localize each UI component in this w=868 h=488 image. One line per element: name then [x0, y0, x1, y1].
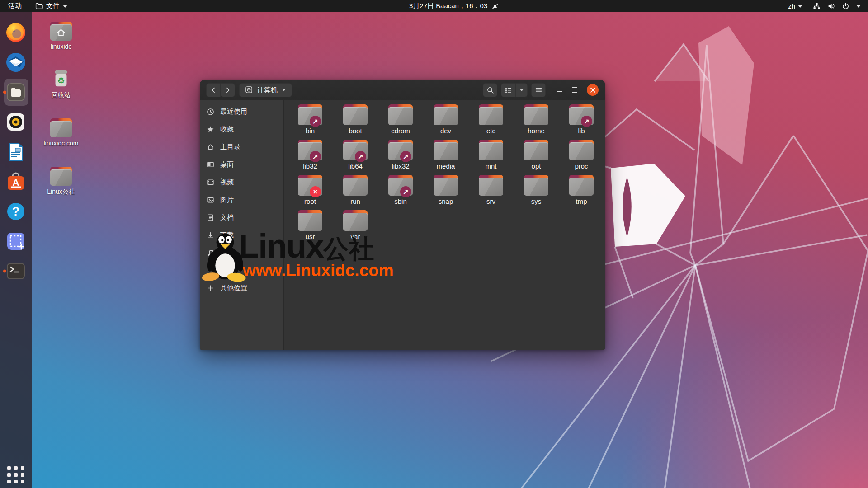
folder-name-label: snap	[439, 197, 453, 205]
folder-run[interactable]: run	[333, 174, 378, 209]
folder-root[interactable]: ×root	[288, 174, 333, 209]
sidebar-item-download[interactable]: 下载	[200, 226, 283, 244]
folder-opt[interactable]: opt	[514, 138, 559, 174]
folder-var[interactable]: var	[333, 209, 378, 244]
symlink-emblem-icon: ↗	[400, 186, 411, 197]
activities-button[interactable]: 活动	[0, 0, 30, 12]
folder-cdrom[interactable]: cdrom	[378, 103, 423, 138]
sidebar-item-music[interactable]: 音乐	[200, 244, 283, 262]
dock-item-help[interactable]: ?	[2, 197, 30, 226]
list-view-button[interactable]	[501, 83, 516, 97]
sidebar-item-video[interactable]: 视频	[200, 174, 283, 191]
desktop-icon-Linux公社[interactable]: Linux公社	[42, 161, 80, 210]
trash-icon: ♻	[51, 68, 71, 89]
folder-etc[interactable]: etc	[468, 103, 514, 138]
location-button[interactable]: 计算机	[239, 83, 292, 97]
dock-item-screenshot-tool[interactable]	[2, 226, 30, 256]
folder-name-label: home	[528, 127, 545, 135]
minimize-button[interactable]	[557, 91, 562, 92]
files-view[interactable]: ↗binbootcdromdevetchome↗lib↗lib32↗lib64↗…	[284, 100, 605, 350]
maximize-button[interactable]	[572, 87, 577, 93]
image-icon	[207, 196, 214, 204]
symlink-emblem-icon: ↗	[400, 151, 411, 162]
forward-button[interactable]	[221, 83, 235, 97]
dock-items: A?	[2, 18, 30, 286]
sidebar-item-image[interactable]: 图片	[200, 191, 283, 209]
input-method-label: zh	[788, 2, 795, 10]
folder-name-label: run	[350, 197, 360, 205]
dock-item-rhythmbox[interactable]	[2, 107, 30, 137]
dock-item-libreoffice-writer[interactable]	[2, 137, 30, 167]
sidebar-item-recent[interactable]: 最近使用	[200, 103, 283, 121]
folder-icon: ↗	[298, 104, 322, 125]
folder-bin[interactable]: ↗bin	[288, 103, 333, 138]
folder-icon	[524, 140, 548, 160]
folder-media[interactable]: media	[423, 138, 468, 174]
desktop-icon-linuxidc.com[interactable]: linuxidc.com	[42, 113, 80, 161]
folder-snap[interactable]: snap	[423, 174, 468, 209]
folder-libx32[interactable]: ↗libx32	[378, 138, 423, 174]
sidebar-item-plus[interactable]: 其他位置	[200, 279, 283, 297]
folder-dev[interactable]: dev	[423, 103, 468, 138]
sidebar-item-home[interactable]: 主目录	[200, 138, 283, 156]
folder-mnt[interactable]: mnt	[468, 138, 514, 174]
search-button[interactable]	[483, 83, 497, 97]
folder-lib[interactable]: ↗lib	[559, 103, 604, 138]
sidebar-item-label: 主目录	[220, 143, 241, 151]
folder-name-label: proc	[575, 162, 588, 170]
folder-lib32[interactable]: ↗lib32	[288, 138, 333, 174]
folder-icon	[343, 175, 368, 196]
folder-tmp[interactable]: tmp	[559, 174, 604, 209]
folder-icon	[343, 104, 368, 125]
running-indicator	[3, 91, 6, 94]
files-grid: ↗binbootcdromdevetchome↗lib↗lib32↗lib64↗…	[288, 103, 604, 244]
clock-button[interactable]: 3月27日 Баасан，16：03	[409, 0, 499, 12]
desktop-icon-glyph: ♻	[51, 66, 71, 89]
dock-item-firefox[interactable]	[2, 18, 30, 47]
headerbar-actions	[483, 83, 599, 97]
folder-name-label: root	[304, 197, 316, 205]
top-bar: 活动 文件 3月27日 Баасан，16：03 zh	[0, 0, 868, 12]
folder-sbin[interactable]: ↗sbin	[378, 174, 423, 209]
folder-usr[interactable]: usr	[288, 209, 333, 244]
folder-srv[interactable]: srv	[468, 174, 514, 209]
show-apps-button[interactable]	[0, 466, 32, 483]
input-method-indicator[interactable]: zh	[788, 2, 802, 10]
folder-sys[interactable]: sys	[514, 174, 559, 209]
desktop-icon-回收站[interactable]: ♻回收站	[42, 65, 80, 113]
dock-item-thunderbird[interactable]	[2, 47, 30, 77]
symlink-emblem-icon: ↗	[310, 116, 321, 127]
folder-boot[interactable]: boot	[333, 103, 378, 138]
app-menu-button[interactable]: 文件	[30, 0, 73, 12]
sidebar-item-star[interactable]: 收藏	[200, 121, 283, 138]
folder-icon	[50, 22, 72, 41]
sidebar-item-desktop[interactable]: 桌面	[200, 156, 283, 174]
download-icon	[207, 231, 214, 239]
sidebar-item-document[interactable]: 文档	[200, 209, 283, 226]
close-button[interactable]	[587, 84, 599, 96]
screenshot-tool-icon	[5, 230, 27, 253]
window-body: 最近使用收藏主目录桌面视频图片文档下载音乐其他位置 ↗binbootcdromd…	[200, 100, 605, 350]
menu-button[interactable]	[531, 83, 546, 97]
desktop-icon-glyph	[50, 114, 72, 137]
system-status-area[interactable]: zh	[781, 0, 868, 12]
folder-name-label: usr	[306, 233, 315, 240]
folder-icon	[569, 140, 594, 160]
dock-item-files[interactable]	[2, 77, 30, 107]
dock-item-ubuntu-software[interactable]: A	[2, 167, 30, 197]
desktop-icon-linuxidc[interactable]: linuxidc	[42, 16, 80, 65]
folder-proc[interactable]: proc	[559, 138, 604, 174]
folder-home[interactable]: home	[514, 103, 559, 138]
folder-name-label: lib32	[303, 162, 317, 170]
app-menu-label: 文件	[46, 2, 60, 10]
star-icon	[207, 126, 214, 133]
dock-item-terminal[interactable]	[2, 256, 30, 286]
view-options-dropdown[interactable]	[516, 83, 528, 97]
folder-name-label: lib	[578, 127, 585, 135]
folder-name-label: tmp	[576, 197, 587, 205]
no-access-emblem-icon: ×	[310, 186, 321, 197]
folder-icon	[479, 175, 503, 196]
back-button[interactable]	[206, 83, 221, 97]
folder-icon	[298, 210, 322, 231]
folder-lib64[interactable]: ↗lib64	[333, 138, 378, 174]
